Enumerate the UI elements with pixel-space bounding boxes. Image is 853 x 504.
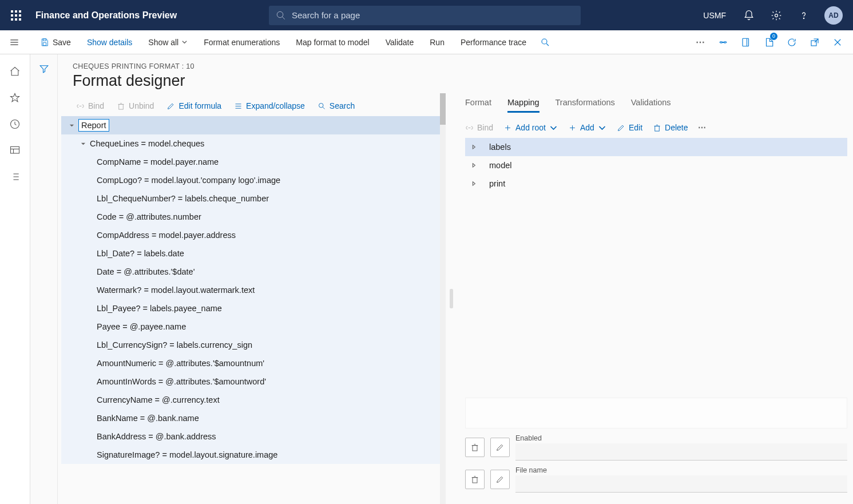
home-icon[interactable] [8, 65, 22, 78]
menu-toggle-icon[interactable] [0, 30, 29, 54]
mapping-node-labels[interactable]: labels [465, 138, 847, 156]
tree-node-root[interactable]: Report [61, 116, 446, 134]
show-details-button[interactable]: Show details [79, 38, 140, 47]
tab-transformations[interactable]: Transformations [556, 94, 615, 113]
tree-node-label: Code = @.attributes.number [97, 212, 201, 221]
tree-node-item[interactable]: Lbl_ChequeNumber? = labels.cheque_number [61, 189, 446, 208]
add-root-button[interactable]: Add root [503, 123, 558, 132]
breadcrumb: CHEQUES PRINTING FORMAT : 10 [73, 62, 838, 70]
save-button[interactable]: Save [32, 38, 79, 47]
refresh-icon[interactable] [781, 30, 803, 54]
notifications-icon[interactable] [736, 0, 761, 30]
expand-collapse-button[interactable]: Expand/collapse [234, 101, 305, 110]
preview-box [465, 398, 847, 428]
company-code[interactable]: USMF [695, 11, 734, 20]
svg-rect-6 [11, 18, 13, 21]
svg-rect-46 [473, 478, 477, 483]
tree-node-label: AmountNumeric = @.attributes.'$amountnum… [97, 359, 264, 368]
tree-node-chequelines[interactable]: ChequeLines = model.cheques [61, 134, 446, 153]
filter-icon[interactable] [39, 64, 49, 504]
help-icon[interactable] [791, 0, 816, 30]
filename-delete-icon[interactable] [465, 470, 485, 489]
more-commands-icon[interactable]: ⋯ [689, 30, 711, 54]
tree-node-label: Lbl_ChequeNumber? = labels.cheque_number [97, 194, 269, 203]
show-all-button[interactable]: Show all [140, 38, 196, 47]
tree-expander-icon[interactable] [65, 118, 78, 132]
svg-line-39 [323, 107, 324, 109]
tree-node-label: CompLogo? = model.layout.'company logo'.… [97, 176, 280, 185]
filename-label: File name [515, 466, 847, 474]
add-button[interactable]: Add [568, 123, 606, 132]
tree-node-item[interactable]: BankAddress = @.bank.address [61, 427, 446, 446]
tree-node-label: ChequeLines = model.cheques [90, 139, 204, 148]
tree-node-item[interactable]: AmountNumeric = @.attributes.'$amountnum… [61, 354, 446, 372]
tree-node-item[interactable]: Payee = @.payee.name [61, 318, 446, 336]
search-input[interactable] [292, 10, 574, 20]
tree-node-label: CompName = model.payer.name [97, 157, 219, 166]
attachments-icon[interactable]: 0 [758, 30, 780, 54]
tab-validations[interactable]: Validations [631, 94, 671, 113]
global-search[interactable] [269, 6, 581, 25]
filename-field[interactable] [515, 475, 847, 493]
tab-mapping[interactable]: Mapping [507, 94, 539, 113]
enabled-label: Enabled [515, 434, 847, 442]
app-launcher-icon[interactable] [5, 0, 27, 30]
popout-icon[interactable] [804, 30, 826, 54]
search-button[interactable]: Search [318, 101, 355, 110]
more-actions-icon[interactable]: ⋯ [698, 123, 707, 132]
tree-node-item[interactable]: Date = @.attributes.'$date' [61, 263, 446, 281]
tree-node-item[interactable]: SignatureImage? = model.layout.signature… [61, 446, 446, 464]
mapping-expander-icon[interactable] [467, 159, 480, 172]
tree-node-item[interactable]: CompAddress = model.payer.address [61, 226, 446, 244]
performance-trace-button[interactable]: Performance trace [453, 38, 534, 47]
find-icon[interactable] [534, 30, 556, 54]
vertical-scrollbar[interactable] [440, 93, 446, 504]
tree-node-item[interactable]: BankName = @.bank.name [61, 409, 446, 427]
svg-line-10 [282, 17, 285, 19]
enabled-field[interactable] [515, 443, 847, 461]
modules-icon[interactable] [8, 170, 22, 184]
close-icon[interactable] [827, 30, 848, 54]
format-enumerations-button[interactable]: Format enumerations [196, 38, 288, 47]
tree-node-item[interactable]: Code = @.attributes.number [61, 208, 446, 226]
tree-expander-icon[interactable] [76, 137, 90, 150]
svg-point-18 [542, 39, 547, 44]
validate-button[interactable]: Validate [378, 38, 422, 47]
bind-button: Bind [76, 101, 104, 110]
tab-format[interactable]: Format [465, 94, 491, 113]
edit-formula-button[interactable]: Edit formula [166, 101, 221, 110]
tree-node-item[interactable]: AmountInWords = @.attributes.'$amountwor… [61, 372, 446, 391]
workspaces-icon[interactable] [8, 144, 22, 157]
dataverse-icon[interactable] [712, 30, 734, 54]
avatar[interactable]: AD [824, 6, 843, 25]
tree-node-item[interactable]: CurrencyName = @.currency.text [61, 391, 446, 409]
mapping-expander-icon[interactable] [467, 141, 480, 153]
svg-rect-17 [43, 42, 46, 45]
tree-node-item[interactable]: Lbl_Date? = labels.date [61, 244, 446, 263]
svg-rect-7 [15, 18, 17, 21]
tree-node-item[interactable]: CompName = model.payer.name [61, 153, 446, 171]
tree-node-label: CompAddress = model.payer.address [97, 231, 236, 240]
tree-node-item[interactable]: Lbl_Payee? = labels.payee_name [61, 299, 446, 318]
pane-splitter[interactable] [446, 93, 457, 504]
attachments-badge: 0 [770, 33, 777, 40]
edit-button[interactable]: Edit [617, 123, 642, 132]
recent-icon[interactable] [8, 117, 22, 131]
mapping-node-label: model [489, 161, 512, 170]
favorites-icon[interactable] [8, 91, 22, 105]
map-format-button[interactable]: Map format to model [288, 38, 377, 47]
tree-node-item[interactable]: CompLogo? = model.layout.'company logo'.… [61, 171, 446, 189]
tree-node-item[interactable]: Watermark? = model.layout.watermark.text [61, 281, 446, 299]
office-icon[interactable] [735, 30, 757, 54]
filename-edit-icon[interactable] [490, 470, 510, 489]
run-button[interactable]: Run [422, 38, 453, 47]
tree-node-item[interactable]: Lbl_CurrencySign? = labels.currency_sign [61, 336, 446, 354]
enabled-delete-icon[interactable] [465, 438, 485, 457]
settings-icon[interactable] [764, 0, 789, 30]
delete-button[interactable]: Delete [653, 123, 688, 132]
enabled-edit-icon[interactable] [490, 438, 510, 457]
mapping-node-model[interactable]: model [465, 156, 847, 174]
mapping-node-print[interactable]: print [465, 174, 847, 193]
mapping-expander-icon[interactable] [467, 177, 480, 190]
svg-point-11 [775, 14, 778, 17]
